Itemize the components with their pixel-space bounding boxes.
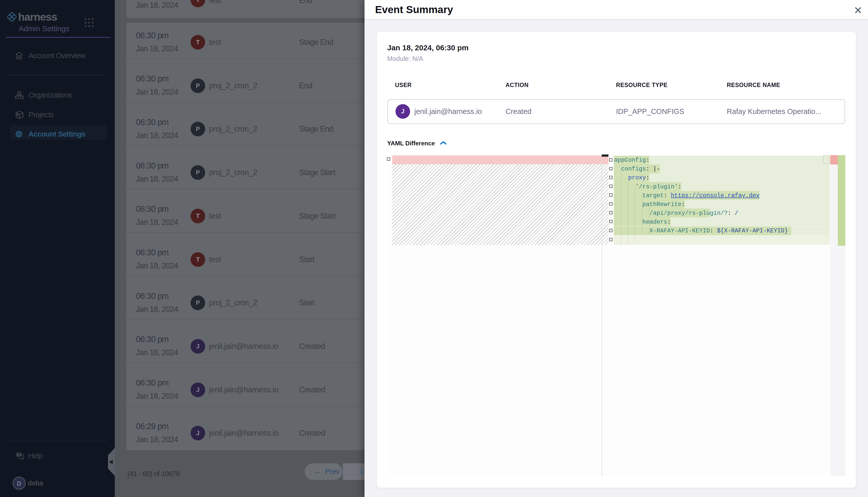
svg-text:?: ? xyxy=(18,453,20,456)
